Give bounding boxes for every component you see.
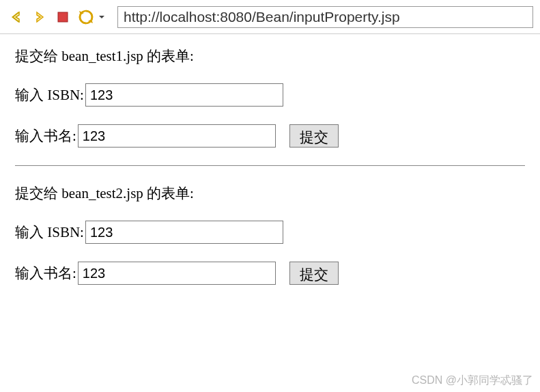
form2-name-row: 输入书名: 提交 xyxy=(15,262,525,285)
watermark: CSDN @小郭同学忒骚了 xyxy=(412,374,533,388)
url-input[interactable] xyxy=(117,6,533,28)
forward-button[interactable] xyxy=(30,8,49,27)
form1-name-input[interactable] xyxy=(78,124,276,148)
divider xyxy=(15,165,525,166)
form2-heading: 提交给 bean_test2.jsp 的表单: xyxy=(15,184,525,203)
form1-heading: 提交给 bean_test1.jsp 的表单: xyxy=(15,46,525,66)
form1-submit-button[interactable]: 提交 xyxy=(289,124,339,148)
form2: 提交给 bean_test2.jsp 的表单: 输入 ISBN: 输入书名: 提… xyxy=(15,184,525,285)
form2-name-input[interactable] xyxy=(78,262,276,285)
refresh-button[interactable] xyxy=(76,8,96,27)
back-button[interactable] xyxy=(7,8,26,27)
form2-isbn-row: 输入 ISBN: xyxy=(15,221,525,244)
form2-submit-button[interactable]: 提交 xyxy=(289,262,339,285)
form2-name-label: 输入书名: xyxy=(15,264,76,283)
form1-name-label: 输入书名: xyxy=(15,126,76,145)
page-content: 提交给 bean_test1.jsp 的表单: 输入 ISBN: 输入书名: 提… xyxy=(0,34,540,315)
form1-isbn-row: 输入 ISBN: xyxy=(15,83,525,107)
form1-isbn-label: 输入 ISBN: xyxy=(15,85,84,104)
form2-isbn-input[interactable] xyxy=(85,221,283,244)
refresh-dropdown-icon[interactable] xyxy=(97,8,106,27)
form1: 提交给 bean_test1.jsp 的表单: 输入 ISBN: 输入书名: 提… xyxy=(15,46,525,148)
svg-rect-0 xyxy=(58,12,68,22)
browser-toolbar xyxy=(0,0,540,34)
stop-button[interactable] xyxy=(53,8,72,27)
form1-isbn-input[interactable] xyxy=(85,83,283,107)
form1-name-row: 输入书名: 提交 xyxy=(15,124,525,148)
form2-isbn-label: 输入 ISBN: xyxy=(15,223,84,242)
